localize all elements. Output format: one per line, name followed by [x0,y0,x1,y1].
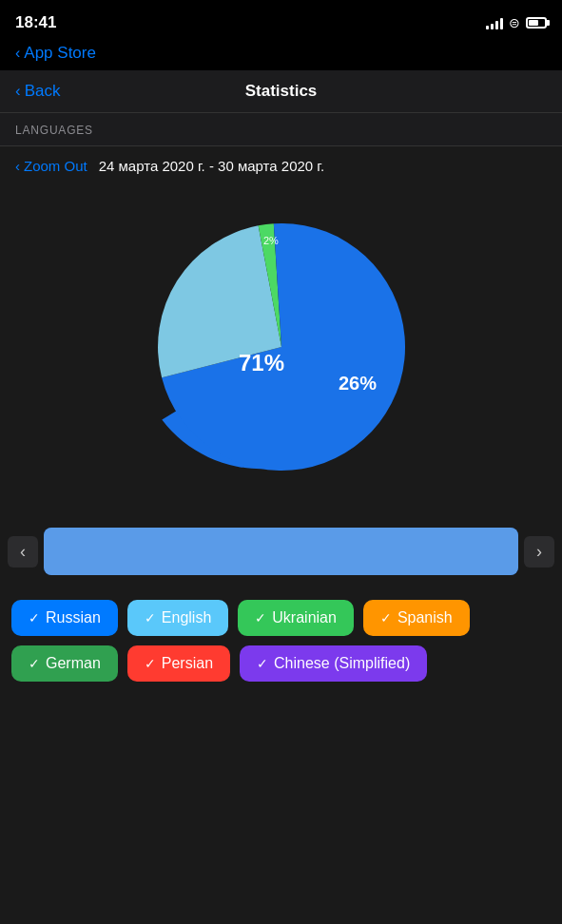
pie-chart: 71% 26% 2% [139,204,424,490]
check-icon-russian: ✓ [29,610,40,626]
check-icon-ukrainian: ✓ [255,610,266,626]
section-label: LANGUAGES [15,124,93,137]
check-icon-german: ✓ [29,656,40,671]
section-header: LANGUAGES [0,113,562,146]
chevron-left-icon: ‹ [15,45,20,62]
timeline-area: ‹ › [0,518,562,585]
check-icon-spanish: ✓ [380,610,392,626]
zoom-bar: ‹ Zoom Out 24 марта 2020 г. - 30 марта 2… [0,146,562,185]
status-bar: 18:41 ⊜ [0,0,562,42]
timeline-scroll[interactable] [44,528,518,575]
language-tags: ✓ Russian ✓ English ✓ Ukrainian ✓ Spanis… [0,585,562,697]
chart-area: 71% 26% 2% [0,185,562,518]
tag-label-spanish: Spanish [397,609,453,626]
tag-russian[interactable]: ✓ Russian [11,600,118,636]
tag-label-chinese: Chinese (Simplified) [274,655,410,672]
tag-label-persian: Persian [162,655,213,672]
app-store-bar: ‹ App Store [0,42,562,70]
battery-icon [526,17,547,29]
tag-label-german: German [46,655,101,672]
chart-label-2: 2% [263,235,279,246]
pie-chart-svg: 71% 26% 2% [139,204,424,490]
check-icon-persian: ✓ [145,656,156,671]
signal-icon [486,16,503,29]
tag-persian[interactable]: ✓ Persian [127,645,230,682]
page-title: Statistics [91,82,471,101]
check-icon-chinese: ✓ [257,656,268,671]
zoom-out-label: Zoom Out [24,158,87,174]
zoom-out-button[interactable]: ‹ Zoom Out [15,158,87,174]
wifi-icon: ⊜ [509,15,520,30]
chevron-left-zoom-icon: ‹ [15,158,20,174]
back-button[interactable]: ‹ Back [15,82,91,101]
tag-german[interactable]: ✓ German [11,645,118,682]
timeline-right-arrow[interactable]: › [524,536,554,568]
tag-label-russian: Russian [46,609,101,626]
app-store-back[interactable]: ‹ App Store [15,44,96,63]
chevron-back-icon: ‹ [15,82,21,101]
app-store-label: App Store [24,44,96,63]
pie-segments [158,223,405,471]
timeline-scroll-inner [44,528,518,575]
tag-label-english: English [162,609,211,626]
chart-label-71: 71% [239,350,284,375]
status-icons: ⊜ [486,15,547,30]
status-time: 18:41 [15,13,56,32]
nav-bar: ‹ Back Statistics [0,70,562,113]
check-icon-english: ✓ [145,610,156,626]
tag-spanish[interactable]: ✓ Spanish [363,600,470,636]
date-range: 24 марта 2020 г. - 30 марта 2020 г. [99,158,324,174]
chart-label-26: 26% [339,373,377,394]
timeline-left-arrow[interactable]: ‹ [8,536,38,568]
back-label: Back [25,82,61,101]
tag-chinese-simplified[interactable]: ✓ Chinese (Simplified) [240,645,427,682]
tag-english[interactable]: ✓ English [127,600,228,636]
tag-ukrainian[interactable]: ✓ Ukrainian [238,600,354,636]
tag-label-ukrainian: Ukrainian [272,609,337,626]
